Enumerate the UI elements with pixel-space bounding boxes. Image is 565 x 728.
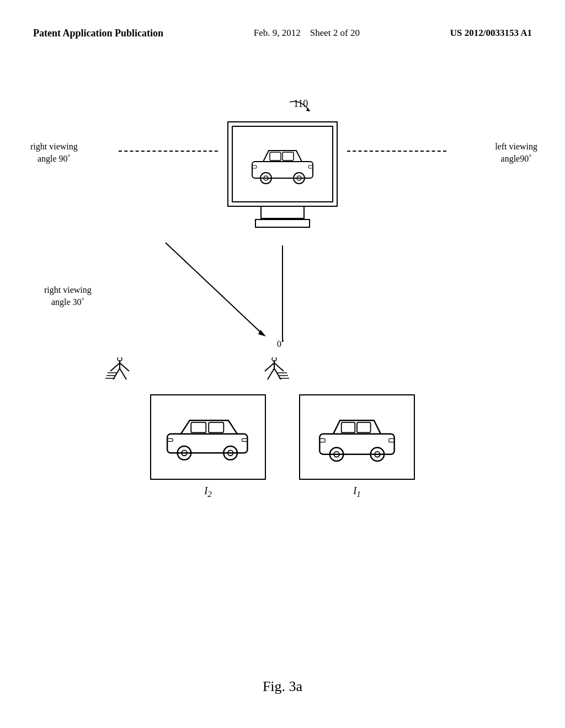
svg-rect-47 <box>389 438 395 442</box>
svg-rect-38 <box>242 438 248 441</box>
monitor-label-arrow <box>287 99 320 118</box>
sheet-info: Sheet 2 of 20 <box>310 28 360 38</box>
diagram-area: 110 <box>0 88 565 684</box>
monitor-screen <box>227 121 338 207</box>
svg-rect-8 <box>252 165 257 168</box>
patent-number: US 2012/0033153 A1 <box>450 28 532 39</box>
fig-caption: Fig. 3a <box>263 678 302 695</box>
monitor-stand-base <box>255 219 310 228</box>
vertical-line <box>282 245 283 342</box>
monitor-inner-border <box>232 126 333 202</box>
monitor <box>227 121 338 228</box>
i2-label: I2 <box>204 485 212 499</box>
svg-rect-30 <box>167 433 247 452</box>
right-angle-90-label: right viewing angle 90˚ <box>30 141 78 165</box>
svg-rect-40 <box>342 422 355 432</box>
image-box-i2-container: I2 <box>150 394 266 499</box>
right-angle-30-label: right viewing angle 30˚ <box>44 284 92 309</box>
dashed-line-right <box>347 151 446 152</box>
i1-label: I1 <box>353 485 361 499</box>
left-angle-90-label: left viewing angle90˚ <box>495 141 537 165</box>
publication-date: Feb. 9, 2012 <box>254 28 301 38</box>
bottom-image-boxes: I2 I1 <box>150 394 415 499</box>
svg-line-15 <box>113 368 120 379</box>
svg-rect-31 <box>191 422 206 432</box>
zero-degree-label: 0˚ <box>277 339 284 349</box>
image-box-i1 <box>299 394 415 480</box>
svg-line-25 <box>274 368 281 379</box>
svg-rect-9 <box>308 165 313 168</box>
svg-line-16 <box>120 368 126 379</box>
page-header: Patent Application Publication Feb. 9, 2… <box>0 28 565 39</box>
car-image-monitor <box>247 142 318 186</box>
dashed-line-left <box>119 151 218 152</box>
svg-rect-2 <box>270 152 281 160</box>
svg-line-24 <box>268 368 274 379</box>
image-box-i2 <box>150 394 266 480</box>
left-observer-icon <box>105 357 135 390</box>
car-image-i1 <box>313 410 401 465</box>
svg-rect-37 <box>167 438 173 441</box>
svg-line-10 <box>166 243 262 334</box>
diagonal-line-svg <box>160 237 270 336</box>
svg-rect-41 <box>357 422 371 432</box>
car-image-i2 <box>164 410 252 465</box>
svg-rect-32 <box>209 422 223 432</box>
svg-rect-46 <box>319 438 325 442</box>
header-center: Feb. 9, 2012 Sheet 2 of 20 <box>254 28 360 39</box>
publication-title: Patent Application Publication <box>33 28 163 39</box>
svg-rect-3 <box>282 152 294 160</box>
monitor-stand-top <box>260 207 305 219</box>
image-box-i1-container: I1 <box>299 394 415 499</box>
right-observer-icon <box>259 357 290 390</box>
